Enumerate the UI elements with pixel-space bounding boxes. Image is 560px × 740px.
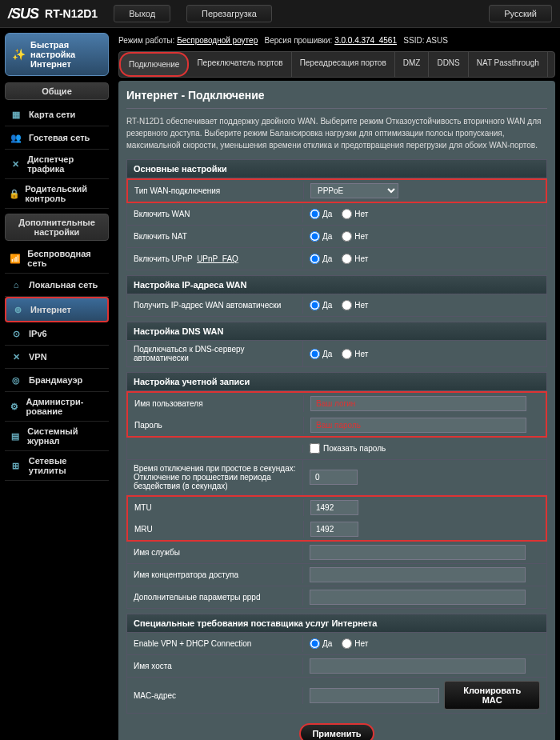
username-label: Имя пользователя — [128, 395, 304, 412]
idle-label: Время отключения при простое в секундах:… — [127, 460, 303, 494]
section-dns: Настройка DNS WAN — [126, 322, 547, 341]
hostname-input[interactable] — [310, 658, 526, 674]
nav-internet[interactable]: ⊕Интернет — [5, 297, 109, 322]
apply-button[interactable]: Применить — [299, 723, 374, 740]
wan-type-label: Тип WAN-подключения — [128, 182, 304, 199]
home-icon: ⌂ — [8, 278, 24, 291]
model-name: RT-N12D1 — [45, 7, 98, 20]
wand-icon: ✨ — [12, 48, 26, 61]
guest-icon: 👥 — [8, 131, 24, 144]
mac-input[interactable] — [310, 688, 439, 703]
tab-port-trigger[interactable]: Переключатель портов — [189, 52, 291, 77]
op-mode-link[interactable]: Беспроводной роутер — [177, 36, 258, 45]
tab-port-forward[interactable]: Переадресация портов — [292, 52, 395, 77]
section-account: Настройка учетной записи — [126, 372, 547, 391]
nav-lan[interactable]: ⌂Локальная сеть — [5, 274, 109, 297]
brand-logo: /SUS — [8, 6, 38, 22]
concentrator-input[interactable] — [310, 567, 526, 582]
enable-upnp-yes[interactable] — [310, 254, 320, 264]
language-button[interactable]: Русский — [489, 5, 552, 22]
nav-network-tools[interactable]: ⊞Сетевые утилиты — [5, 451, 109, 481]
page-title: Интернет - Подключение — [126, 89, 547, 109]
concentrator-label: Имя концентратора доступа — [127, 566, 303, 583]
logout-button[interactable]: Выход — [114, 5, 170, 22]
vpn-icon: ✕ — [8, 350, 24, 363]
vpn-dhcp-no[interactable] — [342, 638, 352, 649]
wan-ip-auto-yes[interactable] — [310, 300, 320, 310]
section-basic: Основные настройки — [126, 159, 547, 178]
tab-bar: Подключение Переключатель портов Переадр… — [118, 51, 555, 78]
section-isp: Специальные требования поставщика услуг … — [126, 614, 547, 633]
quick-setup-button[interactable]: ✨ Быстрая настройка Интернет — [5, 33, 109, 76]
info-bar: Режим работы: Беспроводной роутер Версия… — [118, 33, 555, 48]
enable-upnp-label: Включить UPnP UPnP_FAQ — [127, 250, 303, 267]
enable-wan-no[interactable] — [342, 209, 352, 219]
lock-icon: 🔒 — [8, 187, 20, 200]
ipv6-icon: ⊙ — [8, 327, 24, 340]
password-input[interactable] — [310, 418, 526, 433]
dns-auto-yes[interactable] — [310, 349, 320, 359]
mac-label: MAC-адрес — [127, 687, 303, 704]
log-icon: ▤ — [8, 430, 22, 442]
mru-input[interactable] — [310, 522, 358, 537]
firewall-icon: ◎ — [8, 374, 24, 386]
hostname-label: Имя хоста — [127, 658, 303, 674]
nav-vpn[interactable]: ✕VPN — [5, 346, 109, 369]
username-input[interactable] — [310, 396, 526, 411]
show-password-checkbox[interactable] — [310, 443, 320, 454]
quick-setup-label: Быстрая настройка Интернет — [30, 40, 102, 69]
vpn-dhcp-yes[interactable] — [310, 638, 320, 649]
enable-nat-label: Включить NAT — [127, 228, 303, 245]
nav-guest-network[interactable]: 👥Гостевая сеть — [5, 126, 109, 150]
nav-network-map[interactable]: ▦Карта сети — [5, 103, 109, 126]
nav-system-log[interactable]: ▤Системный журнал — [5, 422, 109, 451]
mtu-input[interactable] — [310, 500, 358, 515]
nav-wireless[interactable]: 📶Беспроводная сеть — [5, 244, 109, 274]
map-icon: ▦ — [8, 108, 24, 121]
enable-wan-label: Включить WAN — [127, 206, 303, 222]
reboot-button[interactable]: Перезагрузка — [186, 5, 272, 22]
enable-upnp-no[interactable] — [342, 254, 352, 264]
nav-parental-control[interactable]: 🔒Родительский контроль — [5, 179, 109, 209]
gear-icon: ⚙ — [8, 400, 22, 413]
section-wan-ip: Настройка IP-адреса WAN — [126, 275, 547, 294]
enable-nat-yes[interactable] — [310, 231, 320, 242]
mru-label: MRU — [128, 521, 304, 538]
enable-wan-yes[interactable] — [310, 209, 320, 219]
firmware-link[interactable]: 3.0.0.4.374_4561 — [334, 36, 397, 45]
upnp-faq-link[interactable]: UPnP_FAQ — [197, 254, 238, 263]
enable-nat-no[interactable] — [342, 231, 352, 242]
tab-connection[interactable]: Подключение — [119, 52, 189, 77]
wifi-icon: 📶 — [8, 252, 22, 265]
nav-administration[interactable]: ⚙Администри- рование — [5, 392, 109, 422]
wan-type-select[interactable]: PPPoE — [310, 183, 398, 198]
nav-traffic-manager[interactable]: ✕Диспетчер трафика — [5, 150, 109, 179]
mtu-label: MTU — [128, 499, 304, 516]
globe-icon: ⊕ — [10, 303, 26, 316]
idle-input[interactable] — [310, 470, 358, 485]
password-label: Пароль — [128, 417, 304, 434]
pppd-extra-label: Дополнительные параметры pppd — [127, 589, 303, 606]
general-header: Общие — [5, 82, 109, 100]
clone-mac-button[interactable]: Клонировать MAC — [444, 681, 540, 710]
dns-auto-label: Подключаться к DNS-серверу автоматически — [127, 341, 303, 366]
tab-ddns[interactable]: DDNS — [429, 52, 468, 77]
service-input[interactable] — [310, 545, 526, 560]
service-label: Имя службы — [127, 544, 303, 561]
wan-ip-auto-no[interactable] — [342, 300, 352, 310]
vpn-dhcp-label: Enable VPN + DHCP Connection — [127, 635, 303, 652]
advanced-header: Дополнительные настройки — [5, 214, 109, 241]
traffic-icon: ✕ — [8, 158, 22, 170]
tools-icon: ⊞ — [8, 459, 24, 472]
dns-auto-no[interactable] — [342, 349, 352, 359]
tab-nat-passthrough[interactable]: NAT Passthrough — [469, 52, 548, 77]
nav-ipv6[interactable]: ⊙IPv6 — [5, 322, 109, 346]
pppd-extra-input[interactable] — [310, 590, 526, 605]
tab-dmz[interactable]: DMZ — [395, 52, 430, 77]
page-description: RT-N12D1 обеспечивает поддержку двойного… — [126, 115, 547, 151]
wan-ip-auto-label: Получить IP-адрес WAN автоматически — [127, 297, 303, 314]
nav-firewall[interactable]: ◎Брандмауэр — [5, 369, 109, 392]
